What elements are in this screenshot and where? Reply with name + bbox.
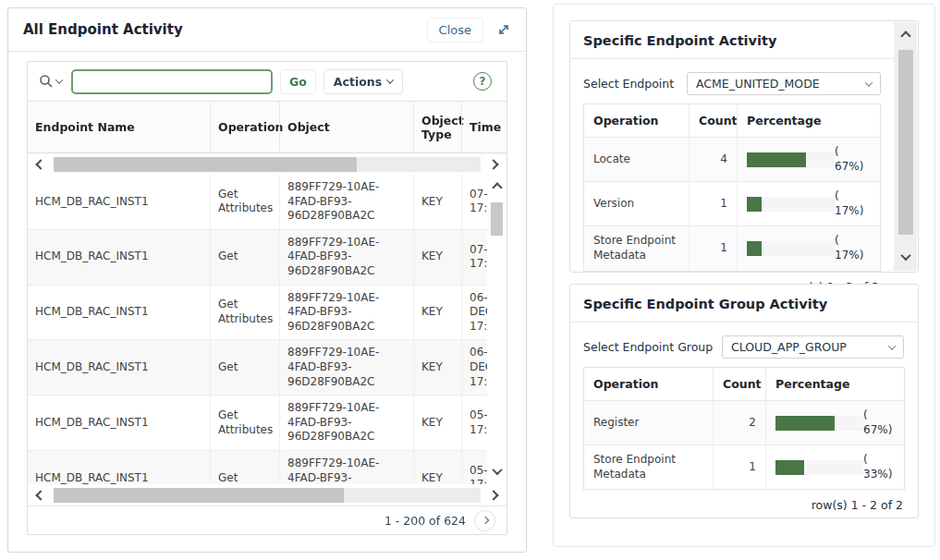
cell-endpoint: HCM_DB_RAC_INST1 <box>28 396 210 450</box>
scrollbar-thumb[interactable] <box>898 50 913 235</box>
table-row: Store Endpoint Metadata 1 ( 33%) <box>584 444 904 489</box>
percentage-label: ( 67%) <box>835 145 871 174</box>
close-button[interactable]: Close <box>427 18 483 43</box>
scroll-left-icon[interactable] <box>33 157 48 172</box>
cell-endpoint: HCM_DB_RAC_INST1 <box>28 230 210 285</box>
cell-object-type: KEY <box>413 451 461 484</box>
scrollbar-track[interactable] <box>54 488 481 503</box>
horizontal-scrollbar-top <box>28 153 507 175</box>
cell-operation: Get <box>210 230 279 285</box>
right-column: Specific Endpoint Activity Select Endpoi… <box>553 4 935 547</box>
cell-object-type: KEY <box>413 286 461 340</box>
page-title: All Endpoint Activity <box>23 21 183 38</box>
scroll-up-icon[interactable] <box>490 180 505 195</box>
endpoint-group-select[interactable]: CLOUD_APP_GROUP <box>722 335 904 359</box>
column-header-count: Count <box>713 368 765 400</box>
cell-percentage: ( 17%) <box>737 182 880 225</box>
cell-object-type: KEY <box>413 396 461 450</box>
help-icon[interactable]: ? <box>473 72 492 91</box>
cell-count: 4 <box>689 138 737 181</box>
search-icon <box>39 74 54 89</box>
table-row: HCM_DB_RAC_INST1 Get Attributes 889FF729… <box>28 396 507 451</box>
percentage-label: ( 33%) <box>863 453 895 481</box>
table-row: Register 2 ( 67%) <box>584 400 904 444</box>
table-row: Version 1 ( 17%) <box>584 181 880 225</box>
interactive-report: Go Actions ? Endpoint Name Operation Obj… <box>27 61 507 535</box>
scrollbar-track[interactable] <box>54 157 481 172</box>
chevron-down-icon <box>55 76 63 83</box>
column-header-endpoint-name[interactable]: Endpoint Name <box>28 102 210 152</box>
cell-percentage: ( 17%) <box>737 226 880 270</box>
percentage-label: ( 17%) <box>835 189 871 218</box>
endpoint-select[interactable]: ACME_UNITED_MODE <box>687 72 881 95</box>
panel-title: Specific Endpoint Activity <box>570 21 918 59</box>
cell-operation: Get <box>210 340 279 395</box>
select-endpoint-label: Select Endpoint <box>583 77 687 91</box>
column-header-percentage: Percentage <box>765 368 904 400</box>
scrollbar-thumb[interactable] <box>491 202 503 236</box>
percentage-label: ( 17%) <box>835 234 871 262</box>
cell-endpoint: HCM_DB_RAC_INST1 <box>28 175 210 229</box>
column-header-time[interactable]: Time <box>461 102 507 152</box>
cell-object: 889FF729-10AE-4FAD-BF93-96D28F90BA2C <box>279 451 413 484</box>
cell-operation: Store Endpoint Metadata <box>584 445 713 489</box>
percentage-bar <box>747 241 835 256</box>
search-column-menu-button[interactable] <box>37 72 64 91</box>
table-header-row: Endpoint Name Operation Object Object Ty… <box>28 102 507 153</box>
chevron-down-icon <box>386 76 394 83</box>
pagination: 1 - 200 of 624 <box>28 505 507 534</box>
cell-object-type: KEY <box>413 230 461 285</box>
row-count-label: row(s) 1 - 2 of 2 <box>583 490 905 512</box>
endpoint-group-activity-table: Operation Count Percentage Register 2 ( … <box>583 367 905 490</box>
table-body: HCM_DB_RAC_INST1 Get Attributes 889FF729… <box>28 175 507 484</box>
chevron-down-icon <box>888 342 896 349</box>
expand-icon[interactable] <box>496 22 511 37</box>
cell-object: 889FF729-10AE-4FAD-BF93-96D28F90BA2C <box>279 230 413 285</box>
cell-object: 889FF729-10AE-4FAD-BF93-96D28F90BA2C <box>279 286 413 340</box>
oracle-key-vault-reports-page: All Endpoint Activity Close <box>0 0 940 560</box>
panel-title: Specific Endpoint Group Activity <box>570 285 918 323</box>
cell-percentage: ( 67%) <box>765 401 904 444</box>
table-row: HCM_DB_RAC_INST1 Get 889FF729-10AE-4FAD-… <box>28 340 507 396</box>
search-input[interactable] <box>71 69 273 94</box>
go-button[interactable]: Go <box>280 69 316 94</box>
scrollbar-thumb[interactable] <box>54 488 344 503</box>
cell-operation: Version <box>584 182 689 225</box>
scroll-down-icon[interactable] <box>898 250 913 264</box>
table-row: Locate 4 ( 67%) <box>584 137 880 181</box>
percentage-label: ( 67%) <box>863 408 895 437</box>
report-toolbar: Go Actions ? <box>28 62 507 102</box>
table-row: HCM_DB_RAC_INST1 Get 889FF729-10AE-4FAD-… <box>28 451 507 484</box>
endpoint-activity-table: Operation Count Percentage Locate 4 ( 67… <box>583 103 881 272</box>
cell-endpoint: HCM_DB_RAC_INST1 <box>28 451 210 484</box>
percentage-bar <box>747 197 835 212</box>
next-page-button[interactable] <box>474 510 495 531</box>
percentage-bar <box>747 152 835 167</box>
panel-vertical-scrollbar[interactable] <box>894 22 917 271</box>
cell-percentage: ( 33%) <box>765 445 904 489</box>
column-header-operation[interactable]: Operation <box>210 102 279 152</box>
column-header-object-type[interactable]: Object Type <box>413 102 461 152</box>
cell-count: 2 <box>713 401 765 444</box>
column-header-percentage: Percentage <box>737 104 880 137</box>
scroll-right-icon[interactable] <box>486 488 501 503</box>
table-header-row: Operation Count Percentage <box>584 104 880 137</box>
scroll-up-icon[interactable] <box>898 29 913 43</box>
cell-count: 1 <box>689 182 737 225</box>
column-header-object[interactable]: Object <box>279 102 413 152</box>
cell-object: 889FF729-10AE-4FAD-BF93-96D28F90BA2C <box>279 175 413 229</box>
scrollbar-thumb[interactable] <box>54 157 357 172</box>
horizontal-scrollbar-bottom <box>28 484 507 505</box>
scroll-left-icon[interactable] <box>33 488 48 503</box>
scroll-right-icon[interactable] <box>486 157 501 172</box>
vertical-scrollbar[interactable] <box>487 175 507 484</box>
actions-button[interactable]: Actions <box>324 69 403 94</box>
cell-endpoint: HCM_DB_RAC_INST1 <box>28 286 210 340</box>
cell-count: 1 <box>713 445 765 489</box>
table-header-row: Operation Count Percentage <box>584 368 904 400</box>
scroll-down-icon[interactable] <box>490 464 505 479</box>
select-endpoint-group-label: Select Endpoint Group <box>583 340 722 354</box>
cell-operation: Get Attributes <box>210 396 279 450</box>
specific-endpoint-activity-panel: Specific Endpoint Activity Select Endpoi… <box>569 20 919 273</box>
cell-operation: Locate <box>584 138 689 181</box>
